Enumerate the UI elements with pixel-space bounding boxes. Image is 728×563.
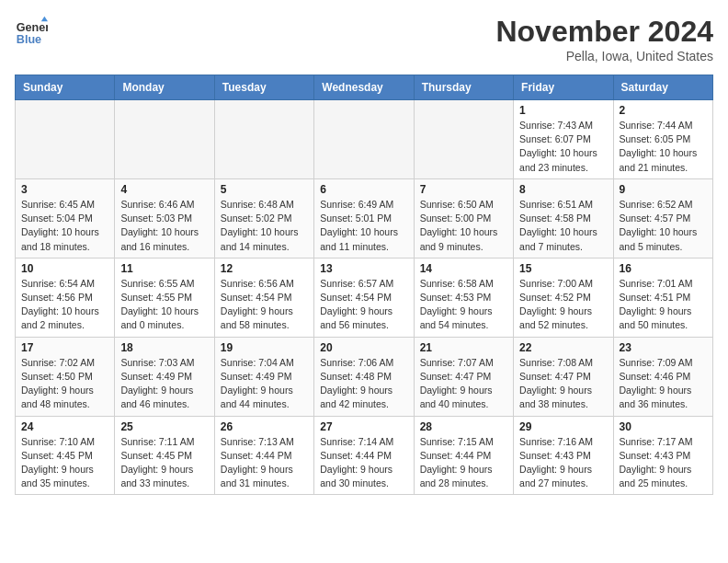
column-header-saturday: Saturday (613, 75, 712, 100)
day-number: 15 (519, 262, 607, 275)
day-info: Sunrise: 6:50 AM Sunset: 5:00 PM Dayligh… (420, 198, 507, 254)
day-number: 12 (221, 262, 308, 275)
calendar-cell: 24Sunrise: 7:10 AM Sunset: 4:45 PM Dayli… (16, 416, 115, 495)
calendar-week-2: 10Sunrise: 6:54 AM Sunset: 4:56 PM Dayli… (16, 258, 713, 337)
day-number: 18 (120, 341, 208, 354)
svg-marker-2 (41, 17, 48, 21)
calendar-week-4: 24Sunrise: 7:10 AM Sunset: 4:45 PM Dayli… (16, 416, 713, 495)
day-info: Sunrise: 6:52 AM Sunset: 4:57 PM Dayligh… (620, 198, 707, 254)
calendar-cell: 3Sunrise: 6:45 AM Sunset: 5:04 PM Daylig… (16, 178, 115, 258)
day-info: Sunrise: 6:48 AM Sunset: 5:02 PM Dayligh… (221, 198, 308, 254)
column-header-wednesday: Wednesday (314, 75, 414, 100)
day-number: 10 (21, 262, 108, 275)
calendar-cell: 17Sunrise: 7:02 AM Sunset: 4:50 PM Dayli… (16, 337, 115, 416)
calendar-table: SundayMondayTuesdayWednesdayThursdayFrid… (15, 75, 713, 495)
day-number: 26 (221, 420, 308, 433)
column-header-monday: Monday (115, 75, 214, 100)
day-number: 24 (21, 420, 108, 433)
day-info: Sunrise: 7:43 AM Sunset: 6:07 PM Dayligh… (519, 119, 607, 175)
day-info: Sunrise: 7:16 AM Sunset: 4:43 PM Dayligh… (519, 435, 607, 491)
day-info: Sunrise: 7:04 AM Sunset: 4:49 PM Dayligh… (221, 356, 308, 412)
day-info: Sunrise: 6:57 AM Sunset: 4:54 PM Dayligh… (320, 277, 407, 333)
page-header: General Blue November 2024 Pella, Iowa, … (15, 15, 713, 63)
calendar-cell: 14Sunrise: 6:58 AM Sunset: 4:53 PM Dayli… (414, 258, 513, 337)
day-number: 29 (519, 420, 607, 433)
day-info: Sunrise: 7:06 AM Sunset: 4:48 PM Dayligh… (320, 356, 407, 412)
column-header-tuesday: Tuesday (214, 75, 313, 100)
day-info: Sunrise: 7:17 AM Sunset: 4:43 PM Dayligh… (620, 435, 707, 491)
day-number: 3 (21, 183, 108, 196)
day-info: Sunrise: 7:13 AM Sunset: 4:44 PM Dayligh… (221, 435, 308, 491)
day-number: 19 (221, 341, 308, 354)
day-number: 21 (420, 341, 507, 354)
logo: General Blue (15, 15, 48, 48)
calendar-cell: 15Sunrise: 7:00 AM Sunset: 4:52 PM Dayli… (514, 258, 613, 337)
column-header-thursday: Thursday (414, 75, 513, 100)
day-info: Sunrise: 7:15 AM Sunset: 4:44 PM Dayligh… (420, 435, 507, 491)
day-info: Sunrise: 7:44 AM Sunset: 6:05 PM Dayligh… (620, 119, 707, 175)
day-number: 5 (221, 183, 308, 196)
day-info: Sunrise: 7:10 AM Sunset: 4:45 PM Dayligh… (21, 435, 108, 491)
month-year-title: November 2024 (495, 15, 713, 49)
calendar-cell: 26Sunrise: 7:13 AM Sunset: 4:44 PM Dayli… (214, 416, 313, 495)
day-info: Sunrise: 7:09 AM Sunset: 4:46 PM Dayligh… (620, 356, 707, 412)
day-number: 22 (519, 341, 607, 354)
calendar-cell: 9Sunrise: 6:52 AM Sunset: 4:57 PM Daylig… (613, 178, 712, 258)
calendar-cell: 13Sunrise: 6:57 AM Sunset: 4:54 PM Dayli… (314, 258, 414, 337)
calendar-cell: 28Sunrise: 7:15 AM Sunset: 4:44 PM Dayli… (414, 416, 513, 495)
day-number: 11 (120, 262, 208, 275)
calendar-cell: 1Sunrise: 7:43 AM Sunset: 6:07 PM Daylig… (514, 100, 613, 179)
day-number: 13 (320, 262, 407, 275)
calendar-cell: 20Sunrise: 7:06 AM Sunset: 4:48 PM Dayli… (314, 337, 414, 416)
calendar-cell: 25Sunrise: 7:11 AM Sunset: 4:45 PM Dayli… (115, 416, 214, 495)
day-info: Sunrise: 6:49 AM Sunset: 5:01 PM Dayligh… (320, 198, 407, 254)
day-number: 2 (620, 104, 707, 117)
calendar-header-row: SundayMondayTuesdayWednesdayThursdayFrid… (16, 75, 713, 100)
day-info: Sunrise: 7:03 AM Sunset: 4:49 PM Dayligh… (120, 356, 208, 412)
day-info: Sunrise: 6:51 AM Sunset: 4:58 PM Dayligh… (519, 198, 607, 254)
calendar-cell: 12Sunrise: 6:56 AM Sunset: 4:54 PM Dayli… (214, 258, 313, 337)
calendar-cell (214, 100, 313, 179)
day-info: Sunrise: 6:58 AM Sunset: 4:53 PM Dayligh… (420, 277, 507, 333)
day-number: 23 (620, 341, 707, 354)
day-info: Sunrise: 6:56 AM Sunset: 4:54 PM Dayligh… (221, 277, 308, 333)
column-header-sunday: Sunday (16, 75, 115, 100)
day-number: 7 (420, 183, 507, 196)
location-subtitle: Pella, Iowa, United States (495, 49, 713, 63)
day-number: 16 (620, 262, 707, 275)
day-info: Sunrise: 7:02 AM Sunset: 4:50 PM Dayligh… (21, 356, 108, 412)
day-info: Sunrise: 6:55 AM Sunset: 4:55 PM Dayligh… (120, 277, 208, 333)
calendar-cell: 2Sunrise: 7:44 AM Sunset: 6:05 PM Daylig… (613, 100, 712, 179)
day-info: Sunrise: 6:45 AM Sunset: 5:04 PM Dayligh… (21, 198, 108, 254)
day-number: 27 (320, 420, 407, 433)
calendar-cell (16, 100, 115, 179)
calendar-week-0: 1Sunrise: 7:43 AM Sunset: 6:07 PM Daylig… (16, 100, 713, 179)
calendar-cell: 4Sunrise: 6:46 AM Sunset: 5:03 PM Daylig… (115, 178, 214, 258)
day-number: 25 (120, 420, 208, 433)
calendar-week-1: 3Sunrise: 6:45 AM Sunset: 5:04 PM Daylig… (16, 178, 713, 258)
day-info: Sunrise: 7:14 AM Sunset: 4:44 PM Dayligh… (320, 435, 407, 491)
calendar-cell: 30Sunrise: 7:17 AM Sunset: 4:43 PM Dayli… (613, 416, 712, 495)
calendar-cell: 16Sunrise: 7:01 AM Sunset: 4:51 PM Dayli… (613, 258, 712, 337)
calendar-cell: 8Sunrise: 6:51 AM Sunset: 4:58 PM Daylig… (514, 178, 613, 258)
calendar-cell: 18Sunrise: 7:03 AM Sunset: 4:49 PM Dayli… (115, 337, 214, 416)
day-info: Sunrise: 7:11 AM Sunset: 4:45 PM Dayligh… (120, 435, 208, 491)
day-info: Sunrise: 7:08 AM Sunset: 4:47 PM Dayligh… (519, 356, 607, 412)
calendar-cell: 5Sunrise: 6:48 AM Sunset: 5:02 PM Daylig… (214, 178, 313, 258)
day-number: 20 (320, 341, 407, 354)
calendar-week-3: 17Sunrise: 7:02 AM Sunset: 4:50 PM Dayli… (16, 337, 713, 416)
calendar-cell: 23Sunrise: 7:09 AM Sunset: 4:46 PM Dayli… (613, 337, 712, 416)
day-info: Sunrise: 7:00 AM Sunset: 4:52 PM Dayligh… (519, 277, 607, 333)
calendar-cell: 27Sunrise: 7:14 AM Sunset: 4:44 PM Dayli… (314, 416, 414, 495)
title-block: November 2024 Pella, Iowa, United States (495, 15, 713, 63)
day-number: 1 (519, 104, 607, 117)
day-info: Sunrise: 6:46 AM Sunset: 5:03 PM Dayligh… (120, 198, 208, 254)
day-number: 28 (420, 420, 507, 433)
calendar-cell: 19Sunrise: 7:04 AM Sunset: 4:49 PM Dayli… (214, 337, 313, 416)
day-number: 30 (620, 420, 707, 433)
day-number: 9 (620, 183, 707, 196)
day-info: Sunrise: 7:07 AM Sunset: 4:47 PM Dayligh… (420, 356, 507, 412)
day-info: Sunrise: 6:54 AM Sunset: 4:56 PM Dayligh… (21, 277, 108, 333)
day-number: 17 (21, 341, 108, 354)
calendar-cell: 29Sunrise: 7:16 AM Sunset: 4:43 PM Dayli… (514, 416, 613, 495)
